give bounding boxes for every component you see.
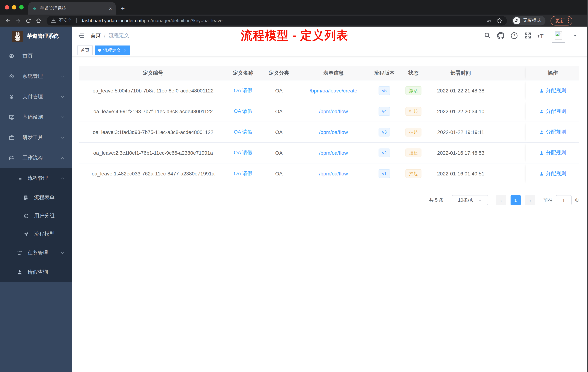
tab-title: 芋道管理系统 — [40, 5, 106, 11]
assign-rule-link[interactable]: 分配规则 — [539, 170, 566, 177]
search-button[interactable] — [483, 32, 491, 40]
assign-rule-label: 分配规则 — [546, 170, 566, 177]
goto-page: 前往 页 — [543, 195, 579, 205]
definition-name-link[interactable]: OA 请假 — [234, 170, 252, 176]
close-window-button[interactable] — [5, 5, 9, 10]
url-bar[interactable]: 不安全 dashboard.yudao.iocoder.cn/bpm/manag… — [47, 16, 507, 25]
github-button[interactable] — [497, 32, 505, 40]
back-button[interactable] — [4, 16, 12, 25]
definition-name-link[interactable]: OA 请假 — [234, 150, 252, 155]
sidebar-item-system[interactable]: 系统管理 — [0, 66, 72, 87]
home-button[interactable] — [34, 16, 43, 25]
minimize-window-button[interactable] — [12, 5, 16, 10]
app-root: 芋道管理系统 首页 系统管理 支付管理 基础设施 — [0, 27, 588, 372]
font-size-button[interactable]: TT — [537, 32, 545, 40]
assign-rule-link[interactable]: 分配规则 — [539, 108, 566, 115]
cell-category: OA — [259, 129, 299, 135]
menu-dots-icon[interactable] — [568, 18, 569, 23]
incognito-label: 无痕模式 — [523, 17, 541, 24]
url-divider — [76, 18, 76, 23]
sidebar-item-leave-query[interactable]: 请假查询 — [0, 263, 72, 282]
tag-process-definition[interactable]: 流程定义 × — [95, 45, 130, 55]
form-info-link[interactable]: /bpm/oa/flow — [319, 150, 348, 156]
zoom-window-button[interactable] — [19, 5, 24, 10]
favicon-leaf-icon — [32, 6, 37, 11]
forward-button[interactable] — [14, 16, 22, 25]
new-tab-button[interactable]: + — [121, 5, 125, 12]
url-host: dashboard.yudao.iocoder.cn — [81, 18, 140, 23]
sidebar-item-process-management[interactable]: 流程管理 — [0, 168, 72, 188]
fullscreen-button[interactable] — [524, 32, 532, 40]
next-page-button[interactable]: › — [525, 195, 535, 205]
sidebar-item-process-form[interactable]: 流程表单 — [0, 188, 72, 207]
form-info-link[interactable]: /bpm/oa/flow — [319, 109, 348, 114]
assign-rule-link[interactable]: 分配规则 — [539, 150, 566, 156]
page-1-button[interactable]: 1 — [511, 195, 521, 205]
definition-name-link[interactable]: OA 请假 — [234, 108, 252, 114]
update-button[interactable]: 更新 — [551, 16, 572, 25]
sidebar-item-user-group[interactable]: 用户分组 — [0, 207, 72, 225]
url-text: dashboard.yudao.iocoder.cn/bpm/manager/d… — [81, 18, 484, 23]
definition-name-link[interactable]: OA 请假 — [234, 87, 252, 93]
annotation-overlay-text: 流程模型 - 定义列表 — [241, 27, 348, 44]
reload-button[interactable] — [24, 16, 33, 25]
sidebar-item-label: 流程管理 — [28, 175, 55, 182]
yen-icon — [9, 94, 15, 100]
hamburger-icon — [78, 32, 84, 39]
help-button[interactable]: ? — [510, 32, 518, 40]
sidebar-collapse-button[interactable] — [77, 32, 85, 39]
github-icon — [497, 32, 504, 39]
bookmark-star-icon[interactable] — [496, 17, 503, 24]
sidebar-item-process-model[interactable]: 流程模型 — [0, 225, 72, 243]
form-info-link[interactable]: /bpm/oa/flow — [319, 129, 348, 135]
user-icon — [17, 269, 22, 275]
prev-page-button[interactable]: ‹ — [496, 195, 506, 205]
cell-form-info: /bpm/oa/flow — [299, 109, 368, 114]
form-info-link[interactable]: /bpm/oa/leave/create — [310, 88, 357, 94]
user-icon — [539, 109, 544, 114]
sidebar-logo-row[interactable]: 芋道管理系统 — [0, 27, 72, 46]
version-badge: v3 — [378, 128, 390, 136]
tag-home[interactable]: 首页 — [77, 45, 93, 55]
fullscreen-icon — [524, 32, 531, 39]
page-size-value: 10条/页 — [458, 197, 474, 203]
paper-plane-icon — [23, 231, 29, 237]
sidebar-item-payment[interactable]: 支付管理 — [0, 87, 72, 107]
goto-page-input[interactable] — [556, 195, 572, 205]
cell-version: v1 — [368, 169, 401, 178]
avatar-menu-button[interactable] — [571, 32, 579, 40]
page-header: 首页 / 流程定义 流程模型 - 定义列表 ? — [72, 27, 588, 44]
sidebar-item-workflow[interactable]: 工作流程 — [0, 148, 72, 168]
breadcrumb-home[interactable]: 首页 — [91, 32, 101, 39]
font-size-icon: TT — [537, 32, 545, 39]
browser-tab[interactable]: 芋道管理系统 × — [28, 2, 116, 15]
page-content: 定义编号 定义名称 定义分类 表单信息 流程版本 状态 部署时间 操作 oa_l… — [72, 56, 588, 372]
cell-definition-name: OA 请假 — [227, 87, 259, 94]
sidebar-item-label: 任务管理 — [28, 250, 55, 256]
sidebar-item-task-management[interactable]: 任务管理 — [0, 243, 72, 263]
sidebar-item-dev-tools[interactable]: 研发工具 — [0, 127, 72, 148]
tag-label: 首页 — [81, 47, 89, 53]
tab-close-icon[interactable]: × — [109, 6, 112, 11]
sidebar-item-infrastructure[interactable]: 基础设施 — [0, 107, 72, 127]
cell-version: v3 — [368, 128, 401, 136]
cell-deploy-time: 2022-01-22 19:19:11 — [426, 129, 495, 135]
sidebar-item-home[interactable]: 首页 — [0, 46, 72, 66]
page-size-select[interactable]: 10条/页 — [452, 195, 488, 205]
key-icon[interactable] — [486, 18, 492, 23]
tag-label: 流程定义 — [103, 47, 121, 53]
cell-status: 挂起 — [401, 128, 426, 136]
avatar[interactable] — [552, 29, 565, 42]
assign-rule-link[interactable]: 分配规则 — [539, 129, 566, 135]
tag-close-icon[interactable]: × — [124, 48, 126, 53]
main-area: 首页 / 流程定义 流程模型 - 定义列表 ? — [72, 27, 588, 372]
org-tree-icon — [17, 250, 22, 256]
user-icon — [539, 151, 544, 155]
assign-rule-link[interactable]: 分配规则 — [539, 87, 566, 94]
logo-image — [12, 31, 23, 42]
browser-window: 芋道管理系统 × + 不安全 dashboard.yudao.iocoder.c… — [0, 0, 588, 372]
definition-name-link[interactable]: OA 请假 — [234, 129, 252, 135]
table-row: oa_leave:1:482ec033-762a-11ec-8477-a2380… — [79, 164, 579, 184]
form-info-link[interactable]: /bpm/oa/flow — [319, 171, 348, 176]
cell-definition-id: oa_leave:4:991f2193-7b7f-11ec-a3c8-acde4… — [79, 109, 227, 114]
